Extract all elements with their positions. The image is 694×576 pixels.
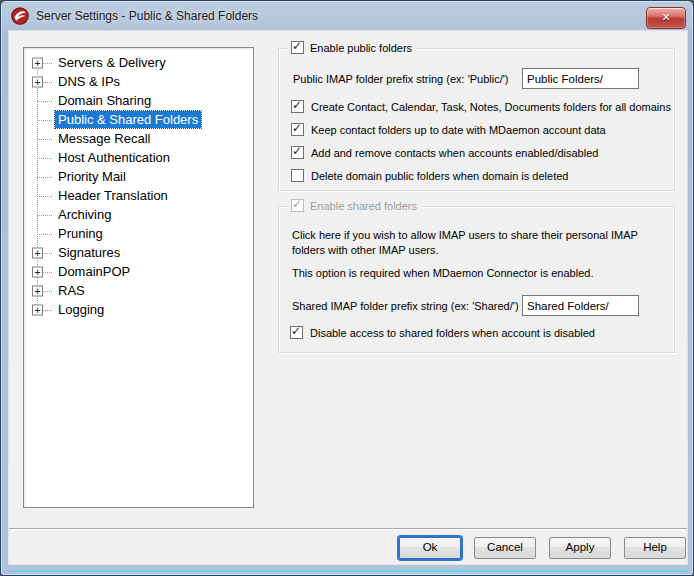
delete-domain-folders-checkbox[interactable]: ✓ <box>291 169 304 182</box>
cancel-button[interactable]: Cancel <box>474 537 536 559</box>
check-icon: ✓ <box>292 145 302 158</box>
sidebar-item-label[interactable]: Pruning <box>55 225 106 242</box>
frame-accent-line <box>9 570 687 572</box>
ok-button[interactable]: Ok <box>399 537 461 559</box>
sidebar-item-logging[interactable]: + Logging <box>24 300 253 319</box>
shared-folders-description: Click here if you wish to allow IMAP use… <box>292 228 672 258</box>
public-prefix-input[interactable] <box>522 68 639 89</box>
tree-branch <box>37 196 52 197</box>
sidebar-item-domain-sharing[interactable]: + Domain Sharing <box>24 91 253 110</box>
mdaemon-connector-note: This option is required when MDaemon Con… <box>292 266 672 281</box>
add-remove-contacts-label: Add and remove contacts when accounts en… <box>311 147 598 159</box>
create-default-folders-row[interactable]: ✓ Create Contact, Calendar, Task, Notes,… <box>291 100 671 113</box>
expand-icon[interactable]: + <box>32 285 43 296</box>
expand-icon[interactable]: + <box>32 57 43 68</box>
sidebar-item-header-translation[interactable]: + Header Translation <box>24 186 253 205</box>
create-default-folders-checkbox[interactable]: ✓ <box>291 100 304 113</box>
sidebar-item-label[interactable]: Domain Sharing <box>55 92 154 109</box>
public-prefix-label: Public IMAP folder prefix string (ex: 'P… <box>293 73 509 85</box>
sidebar-item-message-recall[interactable]: + Message Recall <box>24 129 253 148</box>
tree-branch <box>37 120 52 121</box>
sidebar-item-ras[interactable]: + RAS <box>24 281 253 300</box>
sidebar-item-pruning[interactable]: + Pruning <box>24 224 253 243</box>
keep-contacts-updated-label: Keep contact folders up to date with MDa… <box>311 124 606 136</box>
tree-branch <box>37 177 52 178</box>
keep-contacts-updated-row[interactable]: ✓ Keep contact folders up to date with M… <box>291 123 606 136</box>
public-folders-group: ✓ Enable public folders Public IMAP fold… <box>278 48 675 191</box>
sidebar-item-priority-mail[interactable]: + Priority Mail <box>24 167 253 186</box>
sidebar-item-servers-delivery[interactable]: + Servers & Delivery <box>24 53 253 72</box>
sidebar-item-label[interactable]: DomainPOP <box>55 263 133 280</box>
shared-prefix-label: Shared IMAP folder prefix string (ex: 'S… <box>292 300 519 312</box>
create-default-folders-label: Create Contact, Calendar, Task, Notes, D… <box>311 101 671 113</box>
sidebar-item-label[interactable]: Public & Shared Folders <box>55 111 201 128</box>
sidebar-item-label[interactable]: Archiving <box>55 206 114 223</box>
disable-shared-access-label: Disable access to shared folders when ac… <box>310 327 595 339</box>
check-icon: ✓ <box>292 40 302 53</box>
delete-domain-folders-row[interactable]: ✓ Delete domain public folders when doma… <box>291 169 568 182</box>
title-bar[interactable]: Server Settings - Public & Shared Folder… <box>1 1 693 31</box>
enable-public-folders-checkbox[interactable]: ✓ <box>291 41 304 54</box>
sidebar-item-label[interactable]: Servers & Delivery <box>55 54 169 71</box>
sidebar-item-label[interactable]: DNS & IPs <box>55 73 123 90</box>
enable-public-folders-label: Enable public folders <box>310 42 412 54</box>
enable-shared-folders-label: Enable shared folders <box>310 200 417 212</box>
expand-icon[interactable]: + <box>32 76 43 87</box>
sidebar-item-public-shared-folders[interactable]: + Public & Shared Folders <box>24 110 253 129</box>
keep-contacts-updated-checkbox[interactable]: ✓ <box>291 123 304 136</box>
sidebar-item-archiving[interactable]: + Archiving <box>24 205 253 224</box>
settings-tree: + Servers & Delivery + DNS & IPs + Domai… <box>23 47 254 508</box>
sidebar-item-domainpop[interactable]: + DomainPOP <box>24 262 253 281</box>
sidebar-item-label[interactable]: Signatures <box>55 244 123 261</box>
expand-icon[interactable]: + <box>32 266 43 277</box>
add-remove-contacts-checkbox[interactable]: ✓ <box>291 146 304 159</box>
sidebar-item-dns-ips[interactable]: + DNS & IPs <box>24 72 253 91</box>
sidebar-item-label[interactable]: Host Authentication <box>55 149 173 166</box>
shared-folders-group: ✓ Enable shared folders Click here if yo… <box>278 206 675 353</box>
shared-prefix-input[interactable] <box>522 295 639 316</box>
add-remove-contacts-row[interactable]: ✓ Add and remove contacts when accounts … <box>291 146 598 159</box>
window-title: Server Settings - Public & Shared Folder… <box>36 9 258 23</box>
check-icon: ✓ <box>292 198 302 211</box>
expand-icon[interactable]: + <box>32 304 43 315</box>
dialog-window: Server Settings - Public & Shared Folder… <box>0 0 694 576</box>
tree-branch <box>37 234 52 235</box>
tree-branch <box>37 158 52 159</box>
disable-shared-access-checkbox[interactable]: ✓ <box>290 326 303 339</box>
dialog-client-area: + Servers & Delivery + DNS & IPs + Domai… <box>9 31 687 564</box>
check-icon: ✓ <box>291 325 301 338</box>
disable-shared-access-row[interactable]: ✓ Disable access to shared folders when … <box>290 326 595 339</box>
enable-shared-folders-checkbox[interactable]: ✓ <box>291 199 304 212</box>
expand-icon[interactable]: + <box>32 247 43 258</box>
close-icon[interactable]: ✕ <box>646 7 686 29</box>
check-icon: ✓ <box>292 122 302 135</box>
enable-shared-folders-row[interactable]: ✓ Enable shared folders <box>287 199 421 212</box>
sidebar-item-label[interactable]: Header Translation <box>55 187 171 204</box>
tree-branch <box>37 215 52 216</box>
sidebar-item-host-authentication[interactable]: + Host Authentication <box>24 148 253 167</box>
tree-branch <box>37 139 52 140</box>
check-icon: ✓ <box>292 99 302 112</box>
sidebar-item-label[interactable]: RAS <box>55 282 88 299</box>
sidebar-item-signatures[interactable]: + Signatures <box>24 243 253 262</box>
footer-separator <box>9 528 687 529</box>
sidebar-item-label[interactable]: Priority Mail <box>55 168 129 185</box>
apply-button[interactable]: Apply <box>549 537 611 559</box>
delete-domain-folders-label: Delete domain public folders when domain… <box>311 170 568 182</box>
app-icon <box>11 7 29 25</box>
tree-branch <box>37 101 52 102</box>
help-button[interactable]: Help <box>624 537 686 559</box>
enable-public-folders-row[interactable]: ✓ Enable public folders <box>287 41 416 54</box>
sidebar-item-label[interactable]: Message Recall <box>55 130 154 147</box>
sidebar-item-label[interactable]: Logging <box>55 301 107 318</box>
